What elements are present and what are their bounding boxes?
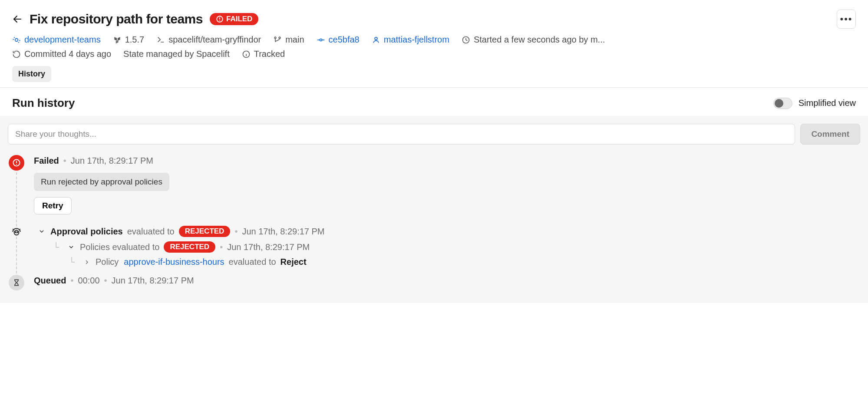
branch-item: main: [273, 35, 304, 45]
svg-point-3: [219, 20, 220, 21]
meta-row-2: Committed 4 days ago State managed by Sp…: [12, 49, 856, 59]
timeline-node-failed: Failed • Jun 17th, 8:29:17 PM Run reject…: [34, 156, 860, 214]
approval-result-badge: REJECTED: [179, 226, 231, 237]
approval-time: Jun 17th, 8:29:17 PM: [242, 227, 324, 237]
timeline-node-queued: Queued • 00:00 • Jun 17th, 8:29:17 PM: [34, 276, 860, 286]
commit-link[interactable]: ce5bfa8: [317, 35, 360, 45]
page-header: Fix repository path for teams FAILED •••…: [0, 0, 868, 88]
failed-header: Failed • Jun 17th, 8:29:17 PM: [34, 156, 860, 166]
user-text: mattias-fjellstrom: [384, 35, 449, 45]
policy-row: └ Policy approve-if-business-hours evalu…: [34, 257, 860, 267]
queued-header: Queued • 00:00 • Jun 17th, 8:29:17 PM: [34, 276, 860, 286]
branch-text: main: [285, 35, 304, 45]
retry-button[interactable]: Retry: [34, 197, 72, 214]
svg-point-19: [14, 231, 19, 235]
more-menu-button[interactable]: •••: [837, 10, 856, 29]
dot-icon: •: [63, 156, 66, 166]
commit-text: ce5bfa8: [329, 35, 360, 45]
approval-label: Approval policies: [50, 227, 123, 237]
dot-icon: •: [220, 242, 223, 252]
dot-icon: •: [104, 276, 107, 286]
svg-point-21: [17, 232, 18, 233]
policies-row: └ Policies evaluated to REJECTED • Jun 1…: [34, 241, 860, 253]
policies-label: Policies evaluated to: [80, 242, 159, 252]
queued-marker-icon: [9, 275, 24, 290]
policies-time: Jun 17th, 8:29:17 PM: [227, 242, 310, 252]
svg-point-11: [375, 37, 377, 40]
tab-history[interactable]: History: [12, 66, 51, 82]
policy-name-link[interactable]: approve-if-business-hours: [124, 257, 224, 267]
tree-connector-icon: └: [53, 242, 63, 252]
section-title: Run history: [12, 96, 75, 110]
comment-input[interactable]: [8, 124, 795, 145]
status-badge: FAILED: [210, 13, 258, 25]
approval-marker-icon: [10, 226, 23, 239]
simplified-view-label: Simplified view: [799, 98, 856, 108]
repo-text: spacelift/team-gryffindor: [168, 35, 261, 45]
approval-evalto: evaluated to: [127, 227, 175, 237]
stack-link[interactable]: development-teams: [12, 35, 101, 45]
tracked-item: Tracked: [242, 49, 285, 59]
failed-label: Failed: [34, 156, 59, 166]
failed-marker-icon: [9, 155, 24, 171]
stack-name: development-teams: [24, 35, 101, 45]
policy-evalto: evaluated to: [229, 257, 276, 267]
meta-row-1: development-teams 1.5.7 spacelift/team-g…: [12, 35, 856, 45]
repo-item: spacelift/team-gryffindor: [156, 35, 261, 45]
tree-connector-icon: └: [69, 257, 78, 267]
comment-button[interactable]: Comment: [800, 124, 860, 145]
policy-result: Reject: [281, 257, 307, 267]
status-badge-text: FAILED: [226, 15, 252, 23]
approval-row: Approval policies evaluated to REJECTED …: [34, 226, 860, 237]
title-row: Fix repository path for teams FAILED •••: [12, 10, 856, 29]
svg-point-18: [16, 164, 17, 165]
dot-icon: •: [234, 227, 238, 237]
chevron-down-icon[interactable]: [37, 227, 46, 236]
policies-result-badge: REJECTED: [164, 241, 215, 253]
user-link[interactable]: mattias-fjellstrom: [372, 35, 449, 45]
state-managed-item: State managed by Spacelift: [123, 49, 230, 59]
state-managed-text: State managed by Spacelift: [123, 49, 230, 59]
timeline: Failed • Jun 17th, 8:29:17 PM Run reject…: [8, 156, 860, 286]
content-area: Comment Failed • Jun 17th, 8:29:17 PM Ru…: [0, 116, 868, 303]
back-arrow-icon[interactable]: [12, 14, 23, 24]
svg-point-8: [320, 39, 322, 41]
committed-item: Committed 4 days ago: [12, 49, 111, 59]
svg-point-20: [15, 232, 16, 233]
version-item: 1.5.7: [113, 35, 144, 45]
version-text: 1.5.7: [125, 35, 144, 45]
failed-time: Jun 17th, 8:29:17 PM: [71, 156, 153, 166]
policy-prefix: Policy: [96, 257, 119, 267]
chevron-right-icon[interactable]: [83, 258, 91, 267]
failed-reason-chip: Run rejected by approval policies: [34, 173, 169, 191]
simplified-view-toggle-wrap: Simplified view: [773, 98, 856, 109]
simplified-view-toggle[interactable]: [773, 98, 792, 109]
section-bar: Run history Simplified view: [0, 88, 868, 116]
queued-duration: 00:00: [78, 276, 99, 286]
comment-row: Comment: [8, 124, 860, 145]
queued-label: Queued: [34, 276, 66, 286]
page-title: Fix repository path for teams: [30, 12, 203, 26]
svg-point-4: [15, 38, 18, 41]
started-text: Started a few seconds ago by m...: [474, 35, 605, 45]
started-item: Started a few seconds ago by m...: [462, 35, 605, 45]
chevron-down-icon[interactable]: [67, 243, 76, 251]
dot-icon: •: [70, 276, 73, 286]
tracked-text: Tracked: [254, 49, 285, 59]
svg-point-7: [279, 37, 281, 39]
svg-point-6: [274, 37, 276, 39]
timeline-node-approval: Approval policies evaluated to REJECTED …: [34, 226, 860, 267]
committed-text: Committed 4 days ago: [24, 49, 111, 59]
queued-time: Jun 17th, 8:29:17 PM: [112, 276, 194, 286]
